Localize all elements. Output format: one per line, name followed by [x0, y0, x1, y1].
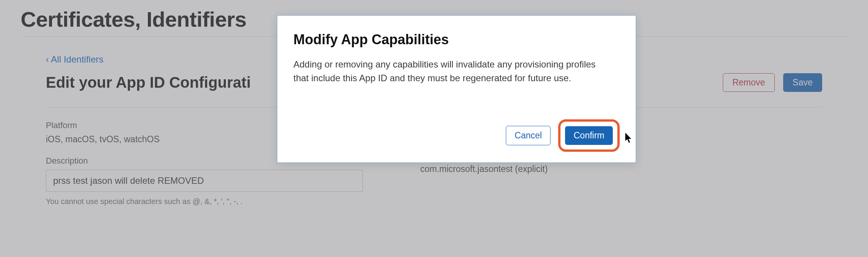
modal-body-text: Adding or removing any capabilities will… [293, 58, 599, 85]
modal-action-row: Cancel Confirm [293, 119, 620, 152]
modal-title: Modify App Capabilities [293, 32, 620, 48]
confirm-highlight: Confirm [558, 119, 620, 152]
modify-capabilities-modal: Modify App Capabilities Adding or removi… [277, 15, 636, 163]
cancel-button[interactable]: Cancel [506, 126, 551, 145]
confirm-button[interactable]: Confirm [565, 126, 613, 145]
